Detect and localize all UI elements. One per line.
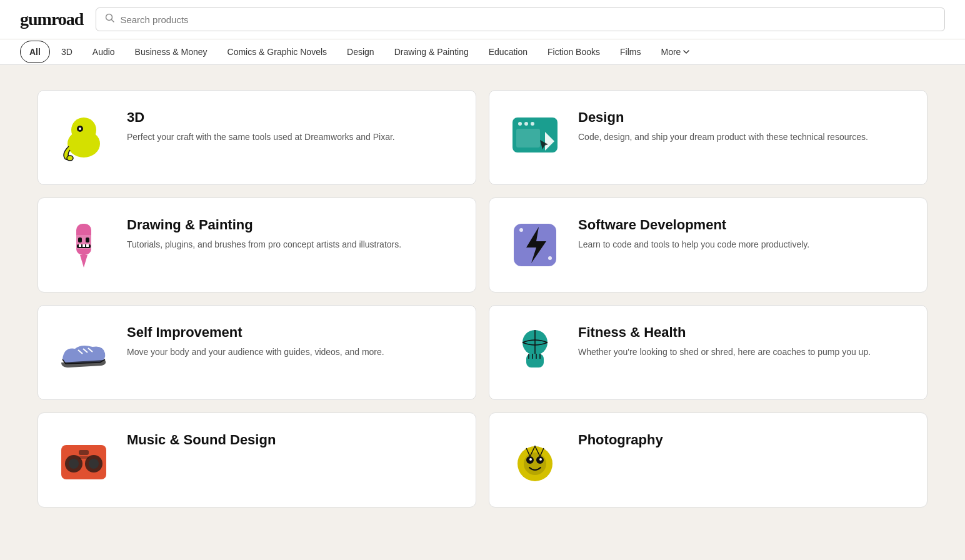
category-text-3d: 3D Perfect your craft with the same tool… bbox=[127, 109, 458, 144]
category-card-fitness[interactable]: Fitness & Health Whether you're looking … bbox=[489, 305, 928, 400]
category-text-fitness: Fitness & Health Whether you're looking … bbox=[578, 324, 909, 359]
svg-point-22 bbox=[548, 256, 552, 260]
nav: All 3D Audio Business & Money Comics & G… bbox=[0, 39, 965, 65]
category-text-self: Self Improvement Move your body and your… bbox=[127, 324, 458, 359]
logo[interactable]: gumroad bbox=[20, 9, 83, 29]
svg-rect-39 bbox=[79, 456, 89, 459]
nav-item-design[interactable]: Design bbox=[338, 39, 383, 64]
category-title-fitness: Fitness & Health bbox=[578, 324, 909, 341]
svg-point-5 bbox=[79, 128, 81, 130]
svg-rect-19 bbox=[86, 244, 89, 247]
svg-point-41 bbox=[524, 452, 546, 475]
svg-rect-14 bbox=[78, 238, 82, 242]
category-card-photography[interactable]: Photography bbox=[489, 412, 928, 508]
category-text-photography: Photography bbox=[578, 432, 909, 453]
category-title-3d: 3D bbox=[127, 109, 458, 126]
category-icon-software bbox=[507, 217, 563, 273]
category-title-software: Software Development bbox=[578, 217, 909, 233]
search-input[interactable] bbox=[120, 14, 936, 25]
svg-point-3 bbox=[71, 118, 96, 142]
nav-item-comics[interactable]: Comics & Graphic Novels bbox=[219, 39, 336, 64]
svg-point-45 bbox=[539, 458, 542, 461]
category-card-software[interactable]: Software Development Learn to code and t… bbox=[489, 198, 928, 292]
category-card-music[interactable]: Music & Sound Design bbox=[38, 412, 476, 508]
nav-item-films[interactable]: Films bbox=[611, 39, 649, 64]
main-content: 3D Perfect your craft with the same tool… bbox=[0, 65, 965, 532]
category-text-design: Design Code, design, and ship your dream… bbox=[578, 109, 909, 144]
svg-line-1 bbox=[112, 20, 114, 22]
svg-point-35 bbox=[69, 459, 79, 469]
category-desc-3d: Perfect your craft with the same tools u… bbox=[127, 131, 458, 144]
svg-rect-15 bbox=[86, 238, 89, 242]
svg-point-6 bbox=[67, 156, 73, 161]
chevron-down-icon bbox=[682, 48, 690, 56]
search-bar[interactable] bbox=[96, 8, 945, 31]
category-title-drawing: Drawing & Painting bbox=[127, 217, 458, 233]
category-title-photography: Photography bbox=[578, 432, 909, 448]
category-icon-music bbox=[56, 432, 112, 488]
svg-rect-18 bbox=[82, 244, 85, 247]
category-desc-self: Move your body and your audience with gu… bbox=[127, 346, 458, 359]
category-title-self: Self Improvement bbox=[127, 324, 458, 341]
category-text-drawing: Drawing & Painting Tutorials, plugins, a… bbox=[127, 217, 458, 251]
category-text-software: Software Development Learn to code and t… bbox=[578, 217, 909, 251]
category-card-3d[interactable]: 3D Perfect your craft with the same tool… bbox=[38, 90, 476, 185]
category-icon-design bbox=[507, 109, 563, 166]
svg-rect-11 bbox=[516, 129, 540, 148]
category-icon-photography bbox=[507, 432, 563, 488]
nav-item-3d[interactable]: 3D bbox=[52, 39, 81, 64]
category-icon-drawing bbox=[56, 217, 112, 273]
svg-point-8 bbox=[518, 122, 522, 126]
svg-point-21 bbox=[519, 228, 523, 232]
category-desc-software: Learn to code and tools to help you code… bbox=[578, 238, 909, 251]
svg-rect-17 bbox=[79, 244, 81, 247]
category-card-design[interactable]: Design Code, design, and ship your dream… bbox=[489, 90, 928, 185]
svg-point-9 bbox=[524, 122, 528, 126]
svg-point-10 bbox=[531, 122, 534, 126]
category-card-self[interactable]: Self Improvement Move your body and your… bbox=[38, 305, 476, 400]
category-icon-fitness bbox=[507, 324, 563, 381]
nav-item-business[interactable]: Business & Money bbox=[126, 39, 216, 64]
search-icon bbox=[105, 13, 115, 26]
nav-item-fiction[interactable]: Fiction Books bbox=[539, 39, 609, 64]
nav-item-more[interactable]: More bbox=[652, 39, 699, 64]
category-desc-design: Code, design, and ship your dream produc… bbox=[578, 131, 909, 144]
category-icon-3d bbox=[56, 109, 112, 166]
nav-item-all[interactable]: All bbox=[20, 41, 50, 63]
category-title-music: Music & Sound Design bbox=[127, 432, 458, 448]
header: gumroad bbox=[0, 0, 965, 39]
svg-point-37 bbox=[89, 459, 99, 469]
category-desc-drawing: Tutorials, plugins, and brushes from pro… bbox=[127, 238, 458, 251]
category-desc-fitness: Whether you're looking to shed or shred,… bbox=[578, 346, 909, 359]
nav-item-audio[interactable]: Audio bbox=[84, 39, 124, 64]
category-card-drawing[interactable]: Drawing & Painting Tutorials, plugins, a… bbox=[38, 198, 476, 292]
nav-item-education[interactable]: Education bbox=[480, 39, 536, 64]
category-icon-self bbox=[56, 324, 112, 381]
category-text-music: Music & Sound Design bbox=[127, 432, 458, 453]
category-title-design: Design bbox=[578, 109, 909, 126]
svg-point-44 bbox=[529, 458, 532, 461]
svg-rect-38 bbox=[79, 450, 89, 455]
nav-item-drawing[interactable]: Drawing & Painting bbox=[386, 39, 478, 64]
